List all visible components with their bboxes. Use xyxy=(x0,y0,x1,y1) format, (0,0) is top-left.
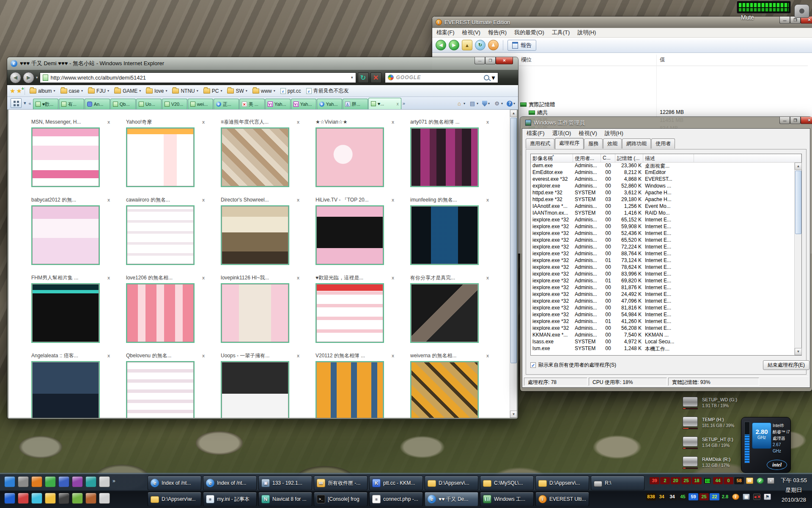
tray-counter-badge[interactable]: 25 xyxy=(699,493,709,500)
value-column-header[interactable]: 值 xyxy=(660,56,665,64)
everest-menu-item[interactable]: 我的最愛(O) xyxy=(514,29,544,36)
quick-launch-app-icon[interactable] xyxy=(99,476,110,487)
tab[interactable]: ♥歡... xyxy=(33,99,58,109)
quick-tab-tile[interactable]: Director's Showreel...x xyxy=(221,196,315,274)
close-tab-icon[interactable]: x xyxy=(485,119,491,124)
search-provider-label[interactable]: GOOGLE xyxy=(396,75,421,80)
quick-tab-thumbnail[interactable] xyxy=(126,283,195,343)
taskbar-button[interactable]: D:\Appserv\w... xyxy=(148,492,201,506)
close-tab-icon[interactable]: x xyxy=(295,275,301,280)
quick-tab-thumbnail[interactable] xyxy=(31,127,100,187)
vertical-scrollbar[interactable] xyxy=(510,110,517,418)
process-row[interactable]: iexplore.exe *32Adminis...0088,764 KInte… xyxy=(531,251,794,257)
quick-tab-tile[interactable]: love1206 的無名相...x xyxy=(126,274,221,352)
add-favorites-button[interactable] xyxy=(16,87,22,95)
column-header[interactable]: 記憶體 (... xyxy=(615,154,643,162)
close-tab-icon[interactable]: x xyxy=(390,119,396,124)
quick-tab-tile[interactable]: weiverna 的無名相...x xyxy=(410,352,505,418)
close-tab-icon[interactable]: x xyxy=(106,353,112,358)
quick-tab-title[interactable]: cawaiiroro 的無名... xyxy=(126,196,170,204)
quick-tab-title[interactable]: ★☆Vivian☆★ xyxy=(315,119,348,125)
drive-meter-item[interactable]: SETUP_WD (G:)1.91 TB / 19% xyxy=(682,393,746,413)
field-column-header[interactable]: 欄位 xyxy=(521,56,532,64)
tray-counter-badge[interactable]: 34 xyxy=(657,493,667,500)
forward-icon[interactable]: ▶ xyxy=(449,40,459,50)
close-tab-icon[interactable]: x xyxy=(485,353,491,358)
scroll-down-icon[interactable] xyxy=(795,348,802,355)
tray-usb-icon[interactable]: ▪ xyxy=(766,477,776,484)
quick-tab-title[interactable]: ≡泰迪熊年度代言人... xyxy=(221,119,269,126)
favorites-link[interactable]: e青箭見色不忘友 xyxy=(304,86,351,95)
process-row[interactable]: iexplore.exe *32Adminis...0081,876 KInte… xyxy=(531,284,794,291)
scroll-down-icon[interactable] xyxy=(510,411,517,418)
quick-tab-title[interactable]: ♥歡迎光臨，這裡是... xyxy=(315,274,363,282)
process-row[interactable]: everest.exe *32Adminis...004,868 KEVERES… xyxy=(531,176,794,183)
close-tab-icon[interactable]: x xyxy=(485,197,491,202)
tray-counter-badge[interactable]: 20 xyxy=(671,477,680,484)
process-row[interactable]: iexplore.exe *32Adminis...0141,260 KInte… xyxy=(531,318,794,325)
taskbar-button[interactable]: Windows 工... xyxy=(480,492,534,506)
taskbar-button[interactable]: ≡my.ini - 記事本 xyxy=(203,492,257,506)
search-box[interactable]: GOOGLE xyxy=(385,72,498,83)
tab[interactable]: ✕美 ... xyxy=(239,99,265,109)
everest-menu-item[interactable]: 工具(T) xyxy=(552,29,570,36)
taskman-menu-item[interactable]: 檢視(V) xyxy=(579,130,597,137)
taskman-tab-5[interactable]: 網路功能 xyxy=(622,138,651,149)
favorites-folder-NTNU[interactable]: NTNU xyxy=(170,87,200,95)
tray-counter-badge[interactable]: 18 xyxy=(692,477,702,484)
quick-tab-title[interactable]: Director's Showreel... xyxy=(221,197,269,203)
close-tab-icon[interactable]: x xyxy=(485,275,491,280)
tray-counter-badge[interactable]: 0 xyxy=(724,477,733,484)
everest-titlebar[interactable]: i EVEREST Ultimate Edition xyxy=(432,17,812,28)
quick-tab-thumbnail[interactable] xyxy=(315,205,384,265)
tab[interactable]: 有... xyxy=(59,99,84,109)
quick-tab-thumbnail[interactable] xyxy=(221,361,289,418)
tray-counter-badge[interactable]: 39 xyxy=(650,477,659,484)
favorites-folder-love[interactable]: love xyxy=(144,87,169,95)
taskman-tab-2[interactable]: 處理程序 xyxy=(555,138,584,149)
taskbar-button-active[interactable]: e♥♥ 千又 De... xyxy=(425,492,478,506)
quick-launch-editor-icon[interactable] xyxy=(45,493,56,504)
tab-list-dropdown-icon[interactable] xyxy=(24,100,26,106)
close-tab-icon[interactable]: x xyxy=(390,197,396,202)
quick-tab-title[interactable]: FHM男人幫相片集 ... xyxy=(31,274,78,282)
tray-counter-badge[interactable]: 838 xyxy=(646,493,656,500)
quick-tab-tile[interactable]: 有你分享才是真完...x xyxy=(410,274,505,352)
taskbar-clock[interactable]: 下午 03:55 星期日 2010/3/28 xyxy=(777,476,810,505)
search-dropdown-icon[interactable] xyxy=(492,74,495,82)
quick-tab-tile[interactable]: Yahoo!奇摩x xyxy=(126,118,221,196)
quick-tab-tile[interactable]: Qbelovenu 的無名...x xyxy=(126,352,221,418)
taskbar-button[interactable]: C:\MySQL\... xyxy=(480,476,534,490)
close-tab-icon[interactable]: x xyxy=(390,353,396,358)
scrollbar-thumb[interactable] xyxy=(510,118,517,363)
taskman-menu-item[interactable]: 檔案(F) xyxy=(527,130,545,137)
quick-tab-thumbnail[interactable] xyxy=(410,361,479,418)
tray-counter-badge[interactable]: 2 xyxy=(660,477,670,484)
process-row[interactable]: httpd.exe *32SYSTEM0329,180 KApache H... xyxy=(531,196,794,203)
tray-counter-badge[interactable]: 22 xyxy=(710,493,719,500)
process-row[interactable]: IAAnotif.exe *...Adminis...001,256 KEven… xyxy=(531,203,794,210)
close-tab-icon[interactable]: x xyxy=(106,275,112,280)
process-row[interactable]: IAANTmon.ex...SYSTEM001,416 KRAID Mo... xyxy=(531,210,794,217)
refresh-icon[interactable] xyxy=(358,72,369,83)
quick-tab-thumbnail[interactable] xyxy=(31,361,100,418)
quick-tab-title[interactable]: Qbelovenu 的無名... xyxy=(126,352,171,359)
taskbar-button[interactable]: eIndex of /nt... xyxy=(148,476,201,490)
process-row[interactable]: EmEditor.exeAdminis...008,212 KEmEditor xyxy=(531,169,794,176)
quick-tab-thumbnail[interactable] xyxy=(126,127,195,187)
minimize-button[interactable] xyxy=(475,57,485,64)
quick-tab-title[interactable]: love1206 的無名相... xyxy=(126,274,173,282)
quick-tab-title[interactable]: MSN, Messenger, H... xyxy=(31,119,81,125)
favorites-folder-PC[interactable]: PC xyxy=(201,87,225,95)
quick-launch-skype-icon[interactable] xyxy=(31,493,42,504)
quick-tab-tile[interactable]: V20112 的無名相簿 ...x xyxy=(315,352,410,418)
recent-pages-dropdown-icon[interactable] xyxy=(36,75,38,80)
address-bar[interactable]: http://www.wretch.cc/album/demi51421 xyxy=(40,72,356,83)
quick-launch-messenger-icon[interactable] xyxy=(45,476,56,487)
favorites-folder-FJU[interactable]: FJU xyxy=(86,87,111,95)
column-header[interactable]: 使用者... xyxy=(573,154,601,162)
everest-menu-item[interactable]: 檢視(V) xyxy=(462,29,480,36)
everest-menu-item[interactable]: 說明(H) xyxy=(577,29,596,36)
quick-tab-thumbnail[interactable] xyxy=(410,283,479,343)
quick-tab-tile[interactable]: arty071 的無名相簿 ...x xyxy=(410,118,505,196)
